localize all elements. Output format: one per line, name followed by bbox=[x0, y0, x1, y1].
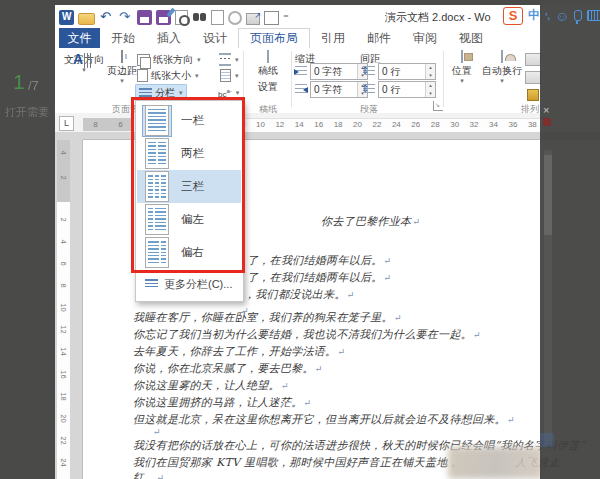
line-numbers-button[interactable]: ▾ bbox=[220, 68, 239, 83]
wrap-text-button[interactable]: 自动换行 ▾ bbox=[479, 51, 525, 84]
closing-line-2: 我们在国贸那家 KTV 里唱歌，那时候中国好声音正在铺天盖地， bbox=[133, 455, 459, 470]
chevron-down-icon: ▾ bbox=[197, 57, 201, 63]
grid-settings-label: 设置 bbox=[246, 80, 290, 94]
spacing-before-input[interactable]: 0 行▴▾ bbox=[378, 63, 436, 80]
margins-button[interactable]: 页边距 ▾ bbox=[107, 51, 137, 84]
more-columns-item[interactable]: 更多分栏(C)... bbox=[137, 271, 241, 297]
tab-file[interactable]: 文件 bbox=[59, 28, 100, 48]
right-overlay: × bbox=[540, 5, 600, 479]
qat-icon[interactable] bbox=[156, 10, 171, 25]
chevron-down-icon: ▾ bbox=[235, 57, 239, 63]
wrap-text-icon bbox=[501, 50, 503, 63]
annotation-highlight-box bbox=[131, 97, 245, 273]
chevron-down-icon: ▾ bbox=[195, 73, 199, 79]
breaks-icon bbox=[219, 53, 231, 66]
position-label: 位置 bbox=[447, 64, 477, 78]
indent-right-input[interactable]: 0 字符▴▾ bbox=[310, 81, 368, 98]
keyboard-icon[interactable] bbox=[587, 10, 600, 21]
stepper[interactable]: ▴▾ bbox=[425, 82, 435, 97]
vertical-ruler-margin-numbers: 42 bbox=[57, 148, 70, 182]
scroll-corner bbox=[540, 433, 554, 447]
qat-icon[interactable] bbox=[78, 13, 95, 25]
breaks-button[interactable]: ▾ bbox=[219, 52, 239, 67]
ribbon-tab[interactable]: 邮件 bbox=[356, 28, 402, 48]
ribbon-tab[interactable]: 设计 bbox=[192, 28, 238, 48]
ruler-numbers: 8101214161820222426283032343638 bbox=[241, 120, 537, 129]
sogou-logo-icon[interactable]: S bbox=[503, 7, 523, 25]
qat-icon[interactable] bbox=[118, 10, 133, 25]
viewer-logo-icon bbox=[543, 118, 551, 126]
closing-line-3: 红。↵ bbox=[133, 470, 164, 479]
qat-icon[interactable] bbox=[175, 10, 188, 25]
text-line: 我睡在客厅，你睡在卧室，我们养的狗呆在笼子里。↵ bbox=[133, 310, 515, 327]
indent-right-icon bbox=[295, 84, 307, 96]
ribbon-tab-strip: 文件 开始插入设计页面布局引用邮件审阅视图 bbox=[55, 28, 600, 49]
send-backward-icon[interactable] bbox=[525, 71, 541, 84]
qat-icon[interactable] bbox=[211, 10, 224, 25]
chevron-down-icon: ▾ bbox=[479, 78, 525, 84]
ruler-margin-numbers: 86 bbox=[83, 120, 133, 129]
ribbon-tab[interactable]: 审阅 bbox=[402, 28, 448, 48]
document-heading: 你去了巴黎作业本↵ bbox=[321, 214, 420, 229]
more-columns-icon bbox=[145, 279, 158, 289]
indent-left-row: 0 字符▴▾ bbox=[295, 64, 368, 79]
paper-size-icon bbox=[137, 69, 148, 82]
text-line: 了，在我们结婚两年以后。↵ bbox=[247, 253, 391, 268]
indent-left-input[interactable]: 0 字符▴▾ bbox=[310, 63, 368, 80]
quick-access-toolbar bbox=[59, 8, 298, 26]
position-button[interactable]: 位置 ▾ bbox=[447, 51, 477, 84]
align-objects-icon[interactable] bbox=[527, 89, 539, 101]
group-separator bbox=[291, 51, 292, 107]
chevron-down-icon: ▾ bbox=[235, 73, 239, 79]
ribbon-tab[interactable]: 引用 bbox=[310, 28, 356, 48]
position-icon bbox=[461, 50, 463, 63]
qat-icon[interactable] bbox=[99, 10, 114, 25]
grid-settings-icon bbox=[267, 50, 269, 63]
paragraph-dialog-launcher[interactable] bbox=[433, 101, 443, 111]
close-icon[interactable]: × bbox=[543, 104, 549, 116]
qat-icon[interactable] bbox=[59, 10, 74, 25]
stepper[interactable]: ▴▾ bbox=[425, 64, 435, 79]
group-separator bbox=[443, 51, 444, 107]
text-line: 了，在我们结婚两年以后。↵ bbox=[247, 270, 391, 285]
qat-icon[interactable] bbox=[137, 10, 152, 25]
text-line: ，我们都没说出来。↵ bbox=[244, 287, 355, 302]
spacing-after-input[interactable]: 0 行▴▾ bbox=[378, 81, 436, 98]
ime-emoji-icon[interactable]: ☺ bbox=[555, 9, 569, 23]
spacing-after-row: 0 行▴▾ bbox=[363, 82, 436, 97]
ime-language-mode[interactable]: 中 bbox=[528, 7, 540, 24]
qat-icon[interactable] bbox=[264, 11, 279, 25]
qat-icon[interactable] bbox=[228, 11, 242, 25]
scrollbar-thumb[interactable] bbox=[544, 155, 552, 235]
qat-icon[interactable] bbox=[192, 11, 207, 26]
ime-punctuation-icon[interactable]: ’, bbox=[545, 11, 550, 21]
ribbon-tab[interactable]: 开始 bbox=[100, 28, 146, 48]
qat-icon[interactable] bbox=[283, 10, 298, 25]
more-columns-label: 更多分栏(C)... bbox=[164, 277, 232, 292]
empty-paragraph-mark: ↵ bbox=[152, 425, 161, 438]
bring-forward-icon[interactable] bbox=[525, 53, 541, 66]
text-line: 你说这里拥挤的马路，让人迷茫。↵ bbox=[133, 395, 515, 412]
orientation-button[interactable]: 纸张方向 ▾ bbox=[137, 52, 201, 67]
paper-size-button[interactable]: 纸张大小 ▾ bbox=[137, 68, 199, 83]
viewer-page-total: /7 bbox=[28, 78, 39, 93]
indent-right-row: 0 字符▴▾ bbox=[295, 82, 368, 97]
spacing-before-row: 0 行▴▾ bbox=[363, 64, 436, 79]
grid-settings-label: 稿纸 bbox=[246, 64, 290, 78]
orientation-label: 纸张方向 bbox=[153, 53, 193, 67]
grid-settings-button[interactable]: 稿纸 设置 bbox=[246, 51, 290, 94]
screenshot-stage: 演示文档 2.docx - Wo 文件 开始插入设计页面布局引用邮件审阅视图 文… bbox=[0, 0, 600, 479]
chevron-down-icon: ▾ bbox=[179, 90, 183, 96]
ribbon-tab[interactable]: 页面布局 bbox=[238, 28, 310, 49]
ribbon-tab[interactable]: 视图 bbox=[448, 28, 494, 48]
text-line: 你说这里雾的天，让人绝望。↵ bbox=[133, 378, 515, 395]
text-direction-button[interactable]: 文字方向 ▾ bbox=[61, 51, 107, 73]
indent-left-icon bbox=[295, 66, 307, 78]
chevron-down-icon: ▾ bbox=[447, 78, 477, 84]
blurred-watermark-patch bbox=[448, 447, 543, 479]
microphone-icon[interactable] bbox=[574, 10, 582, 21]
ribbon-tab[interactable]: 插入 bbox=[146, 28, 192, 48]
tab-selector[interactable]: L bbox=[59, 116, 74, 131]
qat-icon[interactable] bbox=[246, 13, 260, 25]
viewer-hint-text: 打开需要 bbox=[5, 105, 49, 120]
